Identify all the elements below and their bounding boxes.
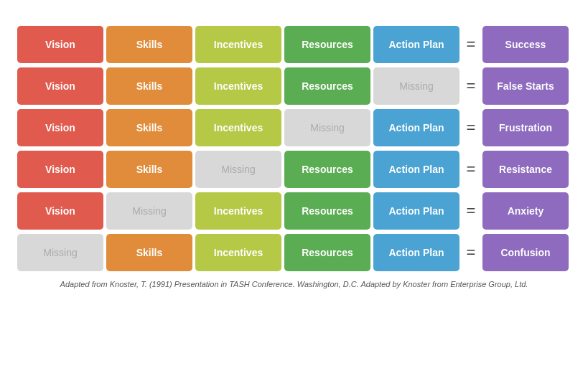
change-model-grid: VisionSkillsIncentivesResourcesAction Pl… xyxy=(17,26,571,271)
cell-vision-0: Vision xyxy=(17,26,103,63)
table-row: VisionSkillsIncentivesMissingAction Plan… xyxy=(17,109,571,146)
cell-incentives-4: Incentives xyxy=(195,192,281,230)
table-row: VisionSkillsIncentivesResourcesAction Pl… xyxy=(17,26,571,63)
equals-sign: = xyxy=(462,35,480,54)
footer-citation: Adapted from Knoster, T. (1991) Presenta… xyxy=(17,280,571,288)
cell-missing-1: Missing xyxy=(373,67,459,105)
cell-resources-4: Resources xyxy=(284,192,370,230)
outcome-cell-4: Anxiety xyxy=(482,192,569,230)
table-row: VisionMissingIncentivesResourcesAction P… xyxy=(17,192,571,230)
table-row: VisionSkillsMissingResourcesAction Plan=… xyxy=(17,151,571,188)
equals-sign: = xyxy=(462,202,480,220)
cell-resources-1: Resources xyxy=(284,67,370,105)
cell-missing-5: Missing xyxy=(17,234,103,271)
cell-skills-3: Skills xyxy=(106,151,192,188)
cell-skills-0: Skills xyxy=(106,26,192,63)
cell-skills-2: Skills xyxy=(106,109,192,146)
equals-sign: = xyxy=(462,118,480,137)
cell-resources-0: Resources xyxy=(284,26,370,63)
cell-incentives-1: Incentives xyxy=(195,67,281,105)
cell-incentives-2: Incentives xyxy=(195,109,281,146)
outcome-cell-1: False Starts xyxy=(482,67,569,105)
equals-sign: = xyxy=(462,77,480,95)
cell-resources-3: Resources xyxy=(284,151,370,188)
cell-incentives-0: Incentives xyxy=(195,26,281,63)
cell-actionplan-4: Action Plan xyxy=(373,192,459,230)
cell-missing-4: Missing xyxy=(106,192,192,230)
cell-actionplan-3: Action Plan xyxy=(373,151,459,188)
table-row: VisionSkillsIncentivesResourcesMissing=F… xyxy=(17,67,571,105)
cell-missing-3: Missing xyxy=(195,151,281,188)
cell-vision-2: Vision xyxy=(17,109,103,146)
equals-sign: = xyxy=(462,243,480,262)
outcome-cell-0: Success xyxy=(482,26,569,63)
cell-actionplan-5: Action Plan xyxy=(373,234,459,271)
cell-vision-4: Vision xyxy=(17,192,103,230)
outcome-cell-2: Frustration xyxy=(482,109,569,146)
outcome-cell-3: Resistance xyxy=(482,151,569,188)
cell-skills-5: Skills xyxy=(106,234,192,271)
cell-vision-3: Vision xyxy=(17,151,103,188)
equals-sign: = xyxy=(462,160,480,179)
cell-actionplan-2: Action Plan xyxy=(373,109,459,146)
outcome-cell-5: Confusion xyxy=(482,234,569,271)
cell-missing-2: Missing xyxy=(284,109,370,146)
cell-resources-5: Resources xyxy=(284,234,370,271)
cell-incentives-5: Incentives xyxy=(195,234,281,271)
cell-skills-1: Skills xyxy=(106,67,192,105)
cell-vision-1: Vision xyxy=(17,67,103,105)
cell-actionplan-0: Action Plan xyxy=(373,26,459,63)
table-row: MissingSkillsIncentivesResourcesAction P… xyxy=(17,234,571,271)
